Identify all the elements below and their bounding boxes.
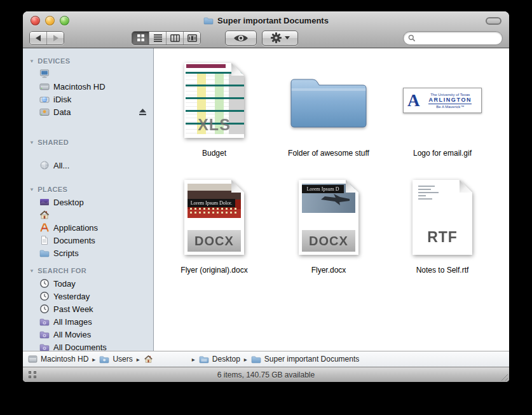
close-button[interactable] [31,16,40,25]
view-switcher [132,31,201,45]
globe-icon [39,160,50,170]
coverflow-view-button[interactable] [183,32,200,44]
sidebar-section-places[interactable]: ▼ PLACES [23,183,153,196]
sidebar-item-computer[interactable] [23,67,153,80]
path-bar: Macintosh HD ▸ Users ▸ ▸ Desktop ▸ [23,351,509,367]
sidebar-item-label: Applications [53,223,98,233]
icon-view-button[interactable] [132,32,149,44]
sidebar-item-label: All Documents [53,343,107,351]
search-field[interactable] [403,31,503,45]
action-menu-button[interactable] [262,31,298,46]
status-bar: 6 items, 140.75 GB available [23,367,509,382]
sidebar-item-all-shared[interactable]: All... [23,159,153,172]
smart-folder-icon [39,316,50,327]
rtf-file-icon: RTF [413,180,472,255]
file-folder-of-awesome-stuff[interactable]: Folder of awesome stuff [274,56,383,158]
file-name: Budget [160,149,269,158]
path-segment-desktop[interactable]: Desktop [199,355,240,364]
disclosure-triangle-icon: ▼ [29,58,34,64]
page-fold [231,63,244,76]
shared-spacer [23,149,153,159]
disclosure-triangle-icon: ▼ [29,268,34,274]
sidebar-item-today[interactable]: Today [23,277,153,290]
toolbar-toggle-lozenge[interactable] [486,17,501,25]
sidebar-item-documents[interactable]: Documents [23,234,153,247]
sidebar-item-all-movies[interactable]: All Movies [23,328,153,341]
sidebar-section-shared[interactable]: ▼ SHARED [23,136,153,149]
sidebar-item-applications[interactable]: Applications [23,221,153,234]
search-input[interactable] [418,33,498,43]
sidebar-item-label: Documents [53,236,95,245]
file-notes-to-self[interactable]: RTF Notes to Self.rtf [388,173,497,275]
desktop-picture-icon [39,197,50,207]
status-text: 6 items, 140.75 GB available [217,371,315,379]
gear-icon [270,32,282,44]
page-fold [231,180,244,193]
docx-badge: DOCX [188,234,241,248]
sidebar-item-macintosh-hd[interactable]: Macintosh HD [23,80,153,93]
sidebar-item-label: Scripts [53,248,79,258]
titlebar[interactable]: Super important Documents [23,11,509,28]
path-separator-icon: ▸ [192,356,195,363]
sidebar-item-scripts[interactable]: Scripts [23,247,153,259]
logo-line2: ARLINGTON [428,97,472,104]
forward-arrow-icon [53,35,58,41]
back-button[interactable] [30,32,46,44]
path-segment-macintosh-hd[interactable]: Macintosh HD [28,355,88,364]
icon-size-grid-icon[interactable] [29,371,37,378]
minimize-button[interactable] [45,16,55,25]
finder-window: Super important Documents [23,11,509,382]
page-fold [460,180,472,193]
logo-letter-a: A★ [407,92,420,109]
toolbar [23,28,509,48]
disclosure-triangle-icon: ▼ [29,140,34,146]
path-segment-super-important-documents[interactable]: Super important Documents [251,355,359,364]
file-flyer-original[interactable]: Lorem Ipsum Dolor. DOCX Flyer (original)… [160,173,269,275]
sidebar-item-label: Today [53,279,76,289]
sidebar-section-devices[interactable]: ▼ DEVICES [23,55,153,67]
folder-icon [39,248,50,258]
docx-file-icon: Lorem Ipsum Dolor. DOCX [184,180,244,255]
chevron-down-icon [285,36,290,39]
file-logo-for-email[interactable]: A★ The University of Texas ARLINGTON Be … [388,56,497,158]
forward-button[interactable] [46,32,64,44]
file-list-area[interactable]: XLS Budget Folder of awesome stuff [154,48,509,351]
sidebar-item-yesterday[interactable]: Yesterday [23,290,153,303]
sidebar-item-home[interactable] [23,208,153,221]
zoom-button[interactable] [60,16,69,25]
document-icon [39,235,50,245]
traffic-lights [31,16,69,25]
docx-banner-text: Lorem Ipsum D [302,185,344,193]
hard-drive-icon [28,355,38,364]
clock-icon [39,278,50,289]
sidebar-item-label: Past Week [53,304,93,314]
folder-icon [203,16,214,26]
eject-button[interactable] [139,108,147,116]
xls-badge: XLS [184,116,244,134]
file-flyer[interactable]: Lorem Ipsum D DOCX Flyer.docx [274,173,383,275]
back-arrow-icon [36,35,41,41]
column-view-button[interactable] [166,32,183,44]
icon-view-icon [137,34,145,42]
sidebar-item-all-documents[interactable]: All Documents [23,341,153,351]
sidebar-item-data[interactable]: Data [23,105,153,118]
home-icon [144,355,153,364]
sidebar-item-all-images[interactable]: All Images [23,315,153,328]
sidebar-item-idisk[interactable]: iDisk [23,93,153,105]
sidebar-item-desktop[interactable]: Desktop [23,196,153,208]
smart-folder-icon [39,342,50,351]
folder-icon [251,355,261,364]
path-segment-home[interactable] [144,355,156,364]
sidebar-item-label: All Images [53,317,92,327]
search-icon [408,34,416,42]
file-budget[interactable]: XLS Budget [160,56,269,158]
sidebar-item-past-week[interactable]: Past Week [23,303,153,315]
idisk-icon [39,94,50,104]
path-segment-users[interactable]: Users [99,355,132,364]
quick-look-button[interactable] [225,31,257,46]
rtf-badge: RTF [413,229,472,246]
sidebar-section-search-for[interactable]: ▼ SEARCH FOR [23,264,153,277]
list-view-button[interactable] [149,32,166,44]
list-view-icon [154,34,162,42]
window-resize-grip[interactable] [500,372,508,381]
